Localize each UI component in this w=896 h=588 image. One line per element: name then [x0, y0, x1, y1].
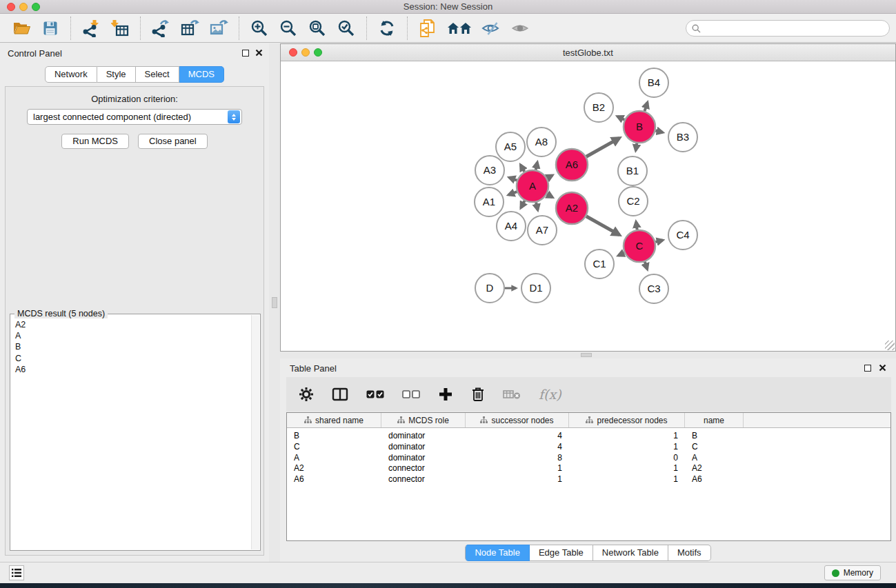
list-item[interactable]: C	[15, 353, 250, 364]
hide-selected-button[interactable]	[481, 18, 501, 39]
node-A[interactable]: A	[517, 170, 548, 202]
node-A4[interactable]: A4	[497, 212, 526, 241]
export-network-button[interactable]	[150, 18, 171, 39]
column-header-mcds-role[interactable]: MCDS role	[381, 413, 466, 427]
node-table[interactable]: shared nameMCDS rolesuccessor nodesprede…	[286, 412, 891, 541]
float-panel-icon[interactable]	[242, 50, 249, 57]
export-table-button[interactable]	[179, 18, 200, 39]
task-history-button[interactable]	[9, 565, 24, 580]
node-A7[interactable]: A7	[528, 216, 557, 245]
function-builder-button[interactable]: f(x)	[539, 387, 561, 402]
edge-A-A6[interactable]	[547, 175, 552, 178]
table-row[interactable]: Adominator80A	[287, 453, 890, 464]
node-B[interactable]: B	[624, 111, 655, 143]
tab-select[interactable]: Select	[136, 66, 179, 83]
node-C[interactable]: C	[624, 230, 655, 262]
edge-C-C4[interactable]	[655, 240, 662, 242]
table-row[interactable]: Cdominator41C	[287, 442, 890, 453]
column-header-shared-name[interactable]: shared name	[287, 413, 381, 427]
result-scrollbar[interactable]	[251, 315, 259, 549]
node-A1[interactable]: A1	[475, 187, 504, 216]
node-A3[interactable]: A3	[475, 156, 504, 185]
deselect-all-checkboxes-button[interactable]	[402, 390, 420, 398]
import-table-button[interactable]	[110, 18, 130, 39]
list-item[interactable]: B	[15, 341, 250, 352]
refresh-view-button[interactable]	[377, 18, 397, 39]
edge-B-B3[interactable]	[655, 131, 662, 132]
zoom-selected-button[interactable]	[336, 18, 357, 39]
clone-network-button[interactable]	[417, 18, 438, 39]
edge-A-A8[interactable]	[536, 163, 537, 170]
list-item[interactable]: A2	[15, 319, 250, 330]
edge-A2-C[interactable]	[586, 216, 619, 235]
close-panel-button[interactable]: Close panel	[138, 134, 208, 149]
edge-A-A5[interactable]	[521, 165, 524, 172]
tab-motifs[interactable]: Motifs	[668, 545, 711, 561]
node-C3[interactable]: C3	[639, 274, 668, 303]
network-window-titlebar[interactable]: testGlobe.txt	[281, 44, 895, 61]
vertical-splitter[interactable]	[269, 43, 280, 562]
splitter-handle[interactable]	[272, 297, 277, 308]
node-D1[interactable]: D1	[521, 274, 550, 303]
close-panel-icon[interactable]	[255, 49, 263, 57]
edge-A-A7[interactable]	[536, 202, 537, 210]
select-all-checkboxes-button[interactable]	[366, 390, 384, 398]
column-header-predecessor-nodes[interactable]: predecessor nodes	[569, 413, 685, 427]
search-input[interactable]	[704, 22, 889, 34]
tab-edge-table[interactable]: Edge Table	[530, 545, 593, 561]
node-D[interactable]: D	[475, 274, 504, 303]
show-all-button[interactable]	[510, 18, 530, 39]
edge-B-B1[interactable]	[636, 143, 637, 150]
table-row[interactable]: A6connector11A6	[287, 474, 890, 485]
criterion-select[interactable]: largest connected component (directed)	[27, 109, 242, 125]
list-item[interactable]: A	[15, 330, 250, 341]
float-panel-icon[interactable]	[864, 365, 871, 372]
settings-button[interactable]	[299, 387, 314, 402]
horizontal-splitter[interactable]	[280, 352, 896, 358]
node-A2[interactable]: A2	[556, 192, 588, 224]
save-session-button[interactable]	[40, 18, 61, 39]
table-row[interactable]: Bdominator41B	[287, 431, 890, 442]
tab-mcds[interactable]: MCDS	[179, 66, 224, 83]
tab-network-table[interactable]: Network Table	[593, 545, 668, 561]
network-graph[interactable]: A5A8A6A3AA1A4A7A2B2B4BB3B1C2CC4C1C3DD1	[281, 61, 895, 351]
zoom-out-button[interactable]	[278, 18, 299, 39]
node-B2[interactable]: B2	[584, 93, 613, 122]
close-panel-icon[interactable]	[879, 364, 886, 372]
edge-C-C1[interactable]	[619, 253, 625, 256]
tab-network[interactable]: Network	[45, 66, 97, 83]
export-image-button[interactable]	[208, 18, 229, 39]
split-columns-button[interactable]	[332, 387, 348, 401]
home-view-button[interactable]	[446, 18, 472, 39]
import-network-button[interactable]	[81, 18, 101, 39]
delete-table-button[interactable]	[503, 389, 521, 400]
splitter-handle[interactable]	[581, 353, 592, 357]
edge-B-B2[interactable]	[617, 116, 624, 120]
list-item[interactable]: A6	[15, 364, 250, 375]
edge-B-B4[interactable]	[644, 103, 647, 112]
run-mcds-button[interactable]: Run MCDS	[61, 134, 129, 149]
node-A6[interactable]: A6	[556, 149, 588, 181]
tab-style[interactable]: Style	[97, 66, 136, 83]
node-C2[interactable]: C2	[619, 187, 648, 216]
network-canvas[interactable]: A5A8A6A3AA1A4A7A2B2B4BB3B1C2CC4C1C3DD1	[281, 61, 895, 351]
zoom-in-button[interactable]	[249, 18, 270, 39]
resize-grip[interactable]	[885, 341, 895, 350]
node-A8[interactable]: A8	[527, 128, 556, 156]
column-header-successor-nodes[interactable]: successor nodes	[466, 413, 569, 427]
edge-A-A3[interactable]	[509, 178, 517, 181]
search-field[interactable]	[686, 20, 890, 37]
table-row[interactable]: A2connector11A2	[287, 463, 890, 474]
column-header-name[interactable]: name	[685, 413, 744, 427]
edge-A-A2[interactable]	[547, 194, 552, 197]
node-C4[interactable]: C4	[668, 221, 697, 250]
edge-A-A4[interactable]	[521, 201, 524, 207]
edge-C-C2[interactable]	[636, 222, 637, 230]
memory-button[interactable]: Memory	[824, 565, 881, 580]
zoom-fit-button[interactable]	[307, 18, 328, 39]
add-column-button[interactable]	[438, 387, 453, 402]
tab-node-table[interactable]: Node Table	[465, 545, 530, 561]
node-B4[interactable]: B4	[639, 68, 668, 97]
node-B1[interactable]: B1	[618, 156, 647, 185]
edge-A-A1[interactable]	[508, 192, 517, 194]
